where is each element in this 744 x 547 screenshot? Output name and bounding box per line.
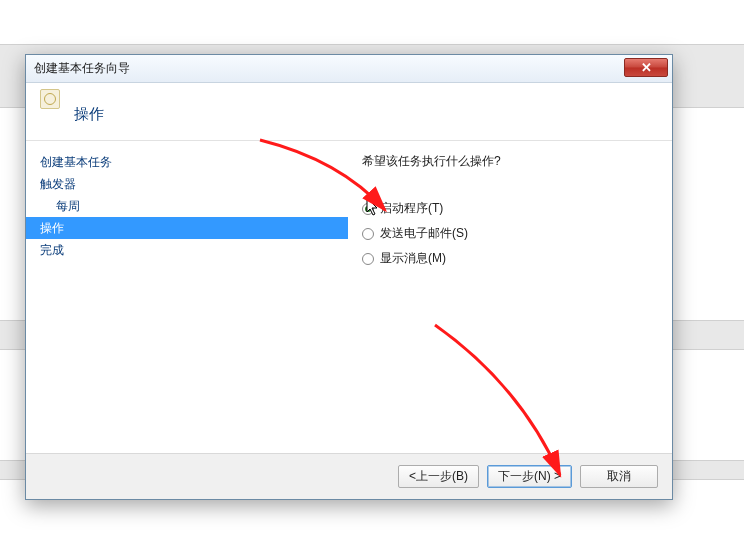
- action-prompt: 希望该任务执行什么操作?: [362, 153, 654, 170]
- page-heading: 操作: [74, 105, 104, 124]
- radio-icon: [362, 253, 374, 265]
- step-create-basic-task[interactable]: 创建基本任务: [26, 151, 348, 173]
- step-trigger[interactable]: 触发器: [26, 173, 348, 195]
- radio-send-email[interactable]: 发送电子邮件(S): [362, 225, 654, 242]
- radio-start-program[interactable]: 启动程序(T): [362, 200, 654, 217]
- wizard-dialog: 创建基本任务向导 ✕ 操作 创建基本任务 触发器 每周 操作 完成 希望该任务执…: [25, 54, 673, 500]
- wizard-header: 操作: [26, 83, 672, 141]
- radio-icon: [362, 228, 374, 240]
- back-button[interactable]: <上一步(B): [398, 465, 479, 488]
- wizard-sidebar: 创建基本任务 触发器 每周 操作 完成: [26, 141, 348, 453]
- radio-display-message[interactable]: 显示消息(M): [362, 250, 654, 267]
- step-action[interactable]: 操作: [26, 217, 348, 239]
- step-weekly[interactable]: 每周: [26, 195, 348, 217]
- window-title: 创建基本任务向导: [34, 60, 130, 77]
- close-button[interactable]: ✕: [624, 58, 668, 77]
- next-button[interactable]: 下一步(N) >: [487, 465, 572, 488]
- wizard-body: 创建基本任务 触发器 每周 操作 完成 希望该任务执行什么操作? 启动程序(T)…: [26, 141, 672, 453]
- titlebar: 创建基本任务向导 ✕: [26, 55, 672, 83]
- close-icon: ✕: [641, 61, 652, 74]
- wizard-footer: <上一步(B) 下一步(N) > 取消: [26, 453, 672, 499]
- step-finish[interactable]: 完成: [26, 239, 348, 261]
- cancel-button[interactable]: 取消: [580, 465, 658, 488]
- radio-label-display-message: 显示消息(M): [380, 250, 446, 267]
- radio-icon: [362, 203, 374, 215]
- wizard-icon: [40, 89, 60, 109]
- radio-label-send-email: 发送电子邮件(S): [380, 225, 468, 242]
- radio-label-start-program: 启动程序(T): [380, 200, 443, 217]
- wizard-main: 希望该任务执行什么操作? 启动程序(T) 发送电子邮件(S) 显示消息(M): [348, 141, 672, 453]
